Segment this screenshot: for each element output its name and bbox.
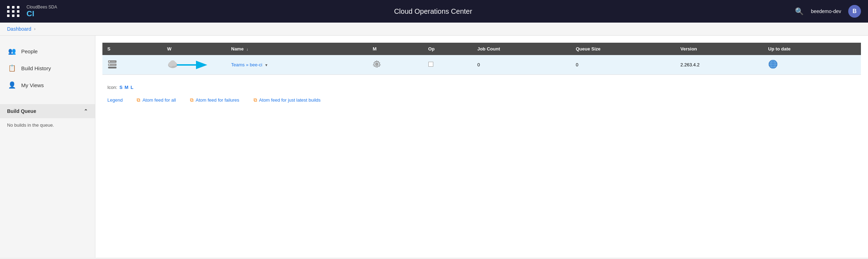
sidebar: People Build History My Views Build Queu… — [0, 36, 95, 258]
svg-rect-4 — [109, 64, 110, 65]
cell-name: Teams » bee-ci ▼ — [226, 55, 368, 75]
col-header-op: Op — [423, 43, 472, 55]
build-queue-header[interactable]: Build Queue ⌃ — [0, 104, 95, 118]
atom-latest-label: Atom feed for just latest builds — [259, 97, 321, 103]
cell-m — [368, 55, 423, 75]
atom-failures-label: Atom feed for failures — [196, 97, 239, 103]
rss-icon-failures: ⧉ — [190, 97, 194, 103]
topbar: CloudBees SDA CI Cloud Operations Center… — [0, 0, 868, 23]
cell-op — [423, 55, 472, 75]
svg-rect-6 — [108, 67, 117, 68]
cell-s — [102, 55, 162, 75]
col-header-up-to-date: Up to date — [763, 43, 861, 55]
server-status-icon — [107, 59, 117, 69]
svg-rect-2 — [111, 61, 115, 62]
sidebar-label-build-history: Build History — [21, 65, 51, 71]
globe-icon — [768, 59, 778, 69]
build-history-icon — [7, 63, 17, 73]
atom-all-label: Atom feed for all — [142, 97, 176, 103]
breadcrumb: Dashboard › — [0, 23, 868, 36]
my-views-icon — [7, 80, 17, 90]
brand-name: CloudBees SDA — [26, 5, 57, 10]
cell-version: 2.263.4.2 — [676, 55, 763, 75]
brand: CloudBees SDA CI — [26, 5, 57, 18]
atom-all-link[interactable]: ⧉ Atom feed for all — [137, 97, 176, 103]
build-queue-content: No builds in the queue. — [0, 118, 95, 132]
sidebar-nav: People Build History My Views — [0, 36, 95, 101]
sidebar-item-build-history[interactable]: Build History — [0, 60, 95, 77]
svg-point-14 — [376, 63, 378, 65]
footer-links: Legend ⧉ Atom feed for all ⧉ Atom feed f… — [102, 94, 861, 106]
op-checkbox[interactable] — [428, 62, 433, 67]
svg-rect-1 — [109, 61, 110, 62]
cell-job-count: 0 — [472, 55, 571, 75]
main-content: S W Name ↓ M Op Job Count Queue Size Ver… — [95, 36, 868, 258]
name-dropdown-caret[interactable]: ▼ — [264, 63, 268, 67]
sidebar-label-people: People — [21, 48, 38, 54]
svg-rect-5 — [111, 65, 115, 65]
icon-size-m[interactable]: M — [125, 85, 129, 90]
jobs-table: S W Name ↓ M Op Job Count Queue Size Ver… — [102, 43, 861, 75]
gear-icon[interactable] — [373, 60, 381, 68]
legend-link[interactable]: Legend — [107, 97, 123, 103]
atom-latest-link[interactable]: ⧉ Atom feed for just latest builds — [254, 97, 321, 103]
icon-size-row: Icon: S M L — [102, 82, 861, 93]
user-avatar[interactable]: B — [848, 5, 861, 18]
legend-label: Legend — [107, 97, 123, 103]
atom-failures-link[interactable]: ⧉ Atom feed for failures — [190, 97, 239, 103]
sidebar-item-people[interactable]: People — [0, 43, 95, 60]
annotation-arrow — [177, 60, 209, 70]
col-header-m: M — [368, 43, 423, 55]
rss-icon-all: ⧉ — [137, 97, 140, 103]
sidebar-item-my-views[interactable]: My Views — [0, 77, 95, 94]
apps-grid-button[interactable] — [7, 6, 20, 17]
table-header: S W Name ↓ M Op Job Count Queue Size Ver… — [102, 43, 861, 55]
main-layout: People Build History My Views Build Queu… — [0, 36, 868, 258]
svg-point-10 — [170, 60, 176, 66]
breadcrumb-separator: › — [34, 26, 36, 31]
col-header-w: W — [162, 43, 226, 55]
people-icon — [7, 46, 17, 56]
topbar-right: 🔍 beedemo-dev B — [795, 5, 861, 18]
rss-icon-latest: ⧉ — [254, 97, 257, 103]
build-queue-collapse-icon: ⌃ — [84, 108, 88, 114]
col-header-version: Version — [676, 43, 763, 55]
cell-up-to-date — [763, 55, 861, 75]
sidebar-label-my-views: My Views — [21, 82, 44, 88]
col-header-job-count: Job Count — [472, 43, 571, 55]
build-queue-empty-msg: No builds in the queue. — [7, 122, 54, 128]
brand-ci: CI — [26, 10, 57, 18]
search-button[interactable]: 🔍 — [795, 7, 804, 16]
col-header-name: Name ↓ — [226, 43, 368, 55]
table-row: Teams » bee-ci ▼ — [102, 55, 861, 75]
icon-size-s[interactable]: S — [119, 85, 123, 90]
build-queue-label: Build Queue — [7, 108, 36, 114]
icon-size-l[interactable]: L — [131, 85, 133, 90]
cell-queue-size: 0 — [571, 55, 675, 75]
user-name: beedemo-dev — [811, 8, 841, 14]
sort-indicator: ↓ — [246, 47, 249, 51]
page-title: Cloud Operations Center — [71, 7, 795, 16]
col-header-s: S — [102, 43, 162, 55]
breadcrumb-dashboard[interactable]: Dashboard — [7, 26, 31, 32]
col-header-queue-size: Queue Size — [571, 43, 675, 55]
job-name-link[interactable]: Teams » bee-ci — [231, 62, 264, 67]
cell-w — [162, 55, 226, 75]
icon-label: Icon: — [107, 85, 117, 90]
